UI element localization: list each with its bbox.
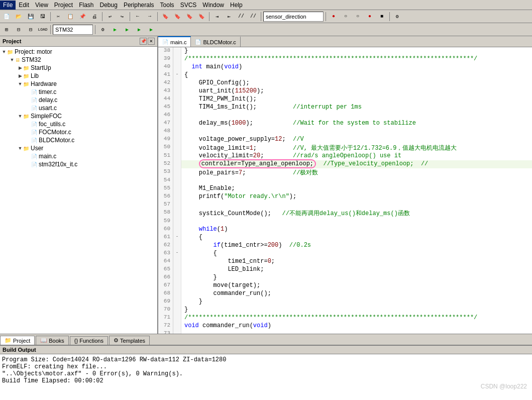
uncomment-btn[interactable]: // [248,12,259,22]
menu-help[interactable]: Help [227,1,246,10]
open-btn[interactable]: 📂 [13,12,24,22]
nav-back-btn[interactable]: ← [132,12,143,22]
undo-btn[interactable]: ↩ [104,12,116,22]
menu-flash[interactable]: Flash [76,1,96,10]
tab-bldc-c[interactable]: 📄 BLDCMotor.c [191,36,240,47]
menu-bar: File Edit View Project Flash Debug Perip… [0,0,532,10]
indent-btn[interactable]: ⇥ [211,12,223,22]
btab-templates[interactable]: ⚙ Templates [109,336,150,345]
code-line-66: 66 } [158,274,532,282]
tree-delay[interactable]: 📄 delay.c [1,96,156,104]
tree-startup-label: StartUp [31,64,51,71]
tree-focmotor[interactable]: 📄 FOCMotor.c [1,128,156,136]
menu-file[interactable]: File [0,1,16,10]
btab-functions[interactable]: {} Functions [70,336,108,345]
code-line-41: 41 - { [158,71,532,79]
code-line-60: 60 while(1) [158,226,532,234]
toolbar-row-2: ⊞ ⊟ ⊟ LOAD ⚙ ▶ ▶ ▶ ▶ [0,23,532,36]
btn7[interactable]: 🔖 [184,12,195,22]
code-line-68: 68 commander_run(); [158,290,532,298]
menu-svcs[interactable]: SVCS [177,1,200,10]
bottom-tabs: 📁 Project 📖 Books {} Functions ⚙ Templat… [0,334,532,345]
tree-stm32it[interactable]: 📄 stm32f10x_it.c [1,160,156,168]
code-editor[interactable]: 38 } 39 /*******************************… [158,47,532,334]
code-line-57: 57 [158,201,532,209]
btn5[interactable]: 🔖 [160,12,171,22]
cpu-dropdown[interactable] [53,25,93,35]
build3-btn[interactable]: ○ [352,12,363,22]
code-line-46: 46 [158,112,532,120]
tab-bldc-c-label: BLDCMotor.c [203,39,236,45]
cut-btn[interactable]: ✂ [53,12,64,22]
btn-c[interactable]: ⊟ [25,25,36,35]
tree-stm32[interactable]: ▼ 🖥 STM32 [1,56,156,64]
code-line-44: 44 TIM2_PWM_Init(); [158,95,532,104]
target-dropdown[interactable] [263,12,324,22]
btn-g[interactable]: ▶ [122,25,133,35]
save-btn[interactable]: 💾 [25,12,36,22]
main-area: Project 📌 ✕ ▼ 📁 Project: motor ▼ 🖥 STM32 [0,36,532,334]
tab-main-c[interactable]: 📄 main.c [158,36,191,47]
code-line-70: 70 } [158,306,532,314]
sep7 [326,12,326,21]
tree-focmotor-label: FOCMotor.c [39,129,71,136]
btn-h[interactable]: ▶ [134,25,145,35]
btab-project[interactable]: 📁 Project [0,336,35,345]
tabs-bar: 📄 main.c 📄 BLDCMotor.c [158,36,532,47]
btn6[interactable]: 🔖 [172,12,183,22]
code-line-50: 50 voltage_limit=1; //V, 最大值需要小于12/1.732… [158,144,532,152]
btn8[interactable]: 🔖 [196,12,207,22]
tree-startup[interactable]: ▶ 📁 StartUp [1,64,156,72]
nav-fwd-btn[interactable]: → [144,12,155,22]
menu-project[interactable]: Project [51,1,76,10]
tree-main[interactable]: 📄 main.c [1,152,156,160]
tree-timer[interactable]: 📄 timer.c [1,88,156,96]
pin-btn[interactable]: 📌 [140,38,147,45]
tree-usart[interactable]: 📄 usart.c [1,104,156,112]
menu-view[interactable]: View [32,1,51,10]
build2-btn[interactable]: ○ [340,12,351,22]
menu-peripherals[interactable]: Peripherals [121,1,157,10]
btn-d[interactable]: LOAD [37,25,48,35]
run-btn[interactable]: ● [364,12,375,22]
paste-btn[interactable]: 📌 [77,12,88,22]
menu-tools[interactable]: Tools [157,1,177,10]
tree-simplefoc[interactable]: ▼ 📁 SimpleFOC [1,112,156,120]
copy-btn[interactable]: 📋 [65,12,76,22]
build-output-content[interactable]: Program Size: Code=14024 RO-data=1296 RW… [0,354,532,400]
close-panel-btn[interactable]: ✕ [148,38,155,45]
btn-f[interactable]: ▶ [110,25,121,35]
build-btn[interactable]: ● [328,12,339,22]
menu-window[interactable]: Window [199,1,227,10]
code-line-45: 45 TIM4_1ms_Init(); //interrupt per 1ms [158,104,532,112]
unindent-btn[interactable]: ⇤ [224,12,235,22]
print-btn[interactable]: 🖨 [89,12,100,22]
btn-e[interactable]: ⚙ [97,25,109,35]
tree-project-root[interactable]: ▼ 📁 Project: motor [1,48,156,56]
code-line-61: 61 - { [158,234,532,242]
btn-a[interactable]: ⊞ [1,25,12,35]
code-line-42: 42 GPIO_Config(); [158,79,532,87]
watermark: CSDN @loop222 [481,383,527,390]
btn-i[interactable]: ▶ [146,25,157,35]
save-all-btn[interactable]: 🖫 [37,12,48,22]
settings-btn[interactable]: ⚙ [392,12,403,22]
tree-hardware-label: Hardware [31,80,57,87]
menu-edit[interactable]: Edit [16,1,32,10]
tree-user[interactable]: ▼ 📁 User [1,144,156,152]
code-line-65: 65 LED_blink; [158,266,532,274]
tree-lib[interactable]: ▶ 📁 Lib [1,72,156,80]
code-line-52: 52 controller=Type_angle_openloop; //Typ… [158,160,532,168]
tree-hardware[interactable]: ▼ 📁 Hardware [1,80,156,88]
btab-books[interactable]: 📖 Books [36,336,69,345]
menu-debug[interactable]: Debug [97,1,121,10]
comment-btn[interactable]: // [236,12,247,22]
redo-btn[interactable]: ↪ [117,12,128,22]
new-btn[interactable]: 📄 [1,12,12,22]
tree-focutils[interactable]: 📄 foc_utils.c [1,120,156,128]
tree-bldcmotor[interactable]: 📄 BLDCMotor.c [1,136,156,144]
tab-main-c-icon: 📄 [162,39,168,45]
stop-btn[interactable]: ■ [376,12,387,22]
code-line-59: 59 [158,218,532,226]
btn-b[interactable]: ⊟ [13,25,24,35]
